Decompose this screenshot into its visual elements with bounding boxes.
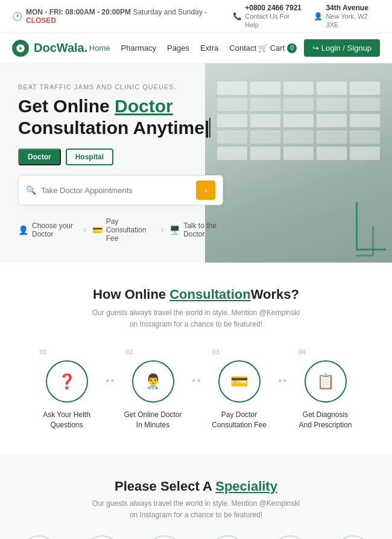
search-input[interactable] (41, 186, 191, 195)
speciality-subtitle: Our guests always travel the world in st… (12, 498, 380, 521)
how-it-works-title: How Online ConsultationWorks? (12, 287, 380, 302)
hero-step-1: 👤 Choose your Doctor (18, 222, 78, 238)
nav-home[interactable]: Home (89, 43, 110, 53)
schedule-time: MON - FRI: 08:00AM - 20:00PM (26, 8, 131, 16)
phone-icon: 📞 (233, 12, 242, 21)
logo-icon (12, 40, 29, 57)
schedule-info: 🕐 MON - FRI: 08:00AM - 20:00PM Saturday … (12, 8, 233, 25)
how-it-works-subtitle: Our guests always travel the world in st… (12, 307, 380, 330)
nav-contact[interactable]: Contact (229, 43, 256, 53)
hero-subtitle: BEAT TRAFFIC JAMS AND CLINIC QUEUES. (18, 83, 223, 91)
spec-cardiology[interactable]: ❤️ Cardiology (263, 535, 317, 539)
hero-step-1-label: Choose your Doctor (32, 222, 78, 238)
step-3-circle: 💳 (218, 360, 261, 403)
pregnancy-icon: 🤰 (21, 535, 57, 539)
therapy-icon: 🧘 (335, 535, 371, 539)
step-2-label: Get Online Doctor In Minutes (124, 410, 182, 430)
step-3-num: 03 (212, 348, 220, 356)
closed-label: CLOSED (26, 16, 56, 25)
step-1-card: 01 ❓ Ask Your Helth Questions (28, 348, 106, 430)
phone-number: +0800 2466 7921 (245, 4, 303, 12)
speciality-grid: 🤰 Pregnancy 🧠 Neurology 🧩 Psychology 💊 P… (12, 535, 380, 539)
hero-step-3-label: Talk to the Doctor (183, 222, 223, 238)
step-4-card: 04 📋 Get Diagnosis And Prescription (286, 348, 365, 430)
talk-doctor-icon: 🖥️ (169, 223, 180, 237)
hero-title-part1: Get Online (18, 96, 115, 116)
step-1-icon: ❓ (58, 373, 76, 390)
login-button[interactable]: ↪ Login / Signup (304, 39, 380, 57)
hero-tabs: Doctor Hospital (18, 148, 223, 165)
green-bracket2-decoration (356, 226, 374, 257)
step-dots-1 (106, 379, 114, 400)
step-2-circle: 👨‍⚕️ (132, 360, 174, 403)
phone-sub: Contact Us For Help (245, 13, 289, 28)
step-3-card: 03 💳 Pay Doctor Consultation Fee (200, 348, 279, 430)
nav-right: 🛒 Cart 0 ↪ Login / Signup (258, 39, 380, 57)
steps-row: 01 ❓ Ask Your Helth Questions 02 👨‍⚕️ Ge… (12, 348, 380, 430)
search-bar: 🔍 › (18, 175, 223, 205)
step-dots-2 (192, 379, 200, 400)
dot (279, 379, 282, 382)
logo-text: DocWala. (34, 41, 87, 55)
nav-extra[interactable]: Extra (200, 43, 218, 53)
top-bar: 🕐 MON - FRI: 08:00AM - 20:00PM Saturday … (0, 0, 392, 33)
speciality-section: Please Select A Speciality Our guests al… (0, 454, 392, 539)
step-dots-3 (279, 379, 286, 400)
logo: DocWala. (12, 40, 87, 57)
nav-pharmacy[interactable]: Pharmacy (121, 43, 157, 53)
location-name: 34th Avenue (326, 4, 380, 12)
search-submit-button[interactable]: › (196, 180, 215, 200)
hero-title-highlight: Doctor (115, 96, 173, 116)
hero-building-image (205, 63, 392, 263)
step-1-label: Ask Your Helth Questions (43, 410, 90, 430)
hero-content: BEAT TRAFFIC JAMS AND CLINIC QUEUES. Get… (18, 83, 223, 243)
neurology-icon: 🧠 (84, 535, 120, 539)
dot (192, 379, 195, 382)
location-icon: 👤 (314, 12, 323, 21)
search-icon: 🔍 (26, 185, 36, 195)
location-info: 👤 34th Avenue New York, W2 3XE (314, 4, 380, 29)
spec-neurology[interactable]: 🧠 Neurology (75, 535, 129, 539)
tab-hospital[interactable]: Hospital (66, 148, 113, 165)
step-2-num: 02 (126, 348, 133, 356)
spec-therapy[interactable]: 🧘 Therapy (326, 535, 380, 539)
step-4-circle: 📋 (305, 360, 347, 403)
pharmacy-icon: 💊 (209, 535, 245, 539)
spec-pregnancy[interactable]: 🤰 Pregnancy (12, 535, 66, 539)
how-it-works-section: How Online ConsultationWorks? Our guests… (0, 263, 392, 454)
dot (106, 379, 109, 382)
pay-fee-icon: 💳 (92, 223, 103, 237)
phone-info: 📞 +0800 2466 7921 Contact Us For Help (233, 4, 303, 29)
cart-button[interactable]: 🛒 Cart 0 (258, 43, 297, 53)
step-1-circle: ❓ (46, 360, 88, 403)
hero-title: Get Online Doctor Consultation Anytime| (18, 95, 223, 139)
location-sub: New York, W2 3XE (326, 13, 367, 28)
cardiology-icon: ❤️ (272, 535, 308, 539)
navbar: DocWala. Home Pharmacy Pages Extra Conta… (0, 33, 392, 63)
tab-doctor[interactable]: Doctor (18, 148, 61, 165)
step-3-icon: 💳 (230, 373, 248, 390)
nav-links: Home Pharmacy Pages Extra Contact (89, 43, 256, 53)
step-1-num: 01 (40, 348, 47, 356)
speciality-title: Please Select A Speciality (12, 479, 380, 494)
hero-title-part2: Consultation Anytime| (18, 118, 210, 138)
nav-pages[interactable]: Pages (167, 43, 189, 53)
spec-pharmacy[interactable]: 💊 Pharmacy (200, 535, 254, 539)
logo-svg (16, 43, 25, 53)
hero-section: BEAT TRAFFIC JAMS AND CLINIC QUEUES. Get… (0, 63, 392, 263)
spec-psychology[interactable]: 🧩 Psychology (138, 535, 192, 539)
step-2-icon: 👨‍⚕️ (144, 373, 162, 390)
hero-steps: 👤 Choose your Doctor › 💳 Pay Consultatio… (18, 217, 223, 243)
step-2-card: 02 👨‍⚕️ Get Online Doctor In Minutes (114, 348, 192, 430)
step-3-label: Pay Doctor Consultation Fee (212, 410, 267, 430)
cart-count: 0 (287, 43, 297, 53)
psychology-icon: 🧩 (147, 535, 183, 539)
step-4-label: Get Diagnosis And Prescription (299, 410, 352, 430)
step-4-num: 04 (299, 348, 306, 356)
hero-step-2-label: Pay Consultation Fee (106, 217, 156, 243)
cart-label: Cart (270, 43, 285, 53)
hero-step-3: 🖥️ Talk to the Doctor (169, 222, 223, 238)
step-arrow-1: › (84, 226, 86, 234)
contact-info: 📞 +0800 2466 7921 Contact Us For Help 👤 … (233, 4, 380, 29)
step-arrow-2: › (161, 226, 163, 234)
